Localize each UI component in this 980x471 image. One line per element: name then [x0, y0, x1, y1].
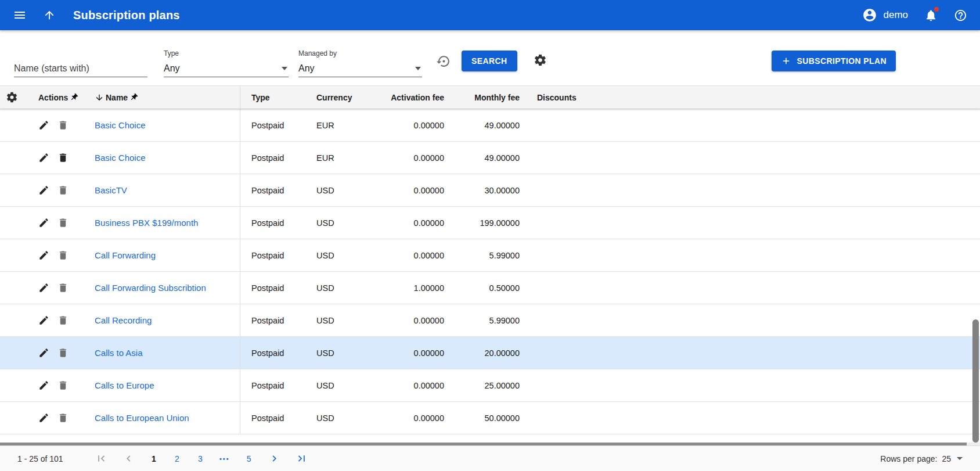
plan-activation-fee: 0.00000 [374, 304, 444, 336]
delete-icon[interactable] [57, 347, 69, 358]
column-header-type[interactable]: Type [240, 86, 305, 109]
account-icon [862, 8, 877, 23]
plan-name-link[interactable]: BasicTV [95, 185, 127, 195]
plan-discounts [520, 174, 980, 206]
chevron-down-icon [957, 457, 963, 460]
help-icon[interactable] [954, 9, 967, 22]
page-title: Subscription plans [73, 9, 180, 22]
notification-badge [934, 7, 939, 12]
plan-type: Postpaid [240, 239, 305, 271]
plan-discounts [520, 272, 980, 304]
previous-page-icon[interactable] [123, 452, 135, 465]
search-button[interactable]: SEARCH [462, 51, 517, 71]
plan-activation-fee: 1.00000 [374, 272, 444, 304]
plan-name-link[interactable]: Calls to Europe [95, 380, 154, 390]
menu-icon[interactable] [13, 8, 27, 22]
table-footer: 1 - 25 of 101 123•••5 Rows per page: 25 [0, 445, 980, 471]
delete-icon[interactable] [57, 380, 69, 391]
delete-icon[interactable] [57, 120, 69, 131]
plan-name-link[interactable]: Basic Choice [95, 153, 146, 163]
plan-name-link[interactable]: Business PBX $199/month [95, 218, 198, 228]
delete-icon[interactable] [57, 250, 69, 261]
rows-per-page-value: 25 [942, 454, 951, 463]
plan-currency: USD [305, 402, 374, 434]
column-header-name[interactable]: Name [87, 86, 240, 109]
type-filter-value: Any [164, 63, 282, 74]
table-row: Call Forwarding Postpaid USD 0.00000 5.9… [0, 239, 980, 272]
delete-icon[interactable] [57, 412, 69, 423]
delete-icon[interactable] [57, 152, 69, 163]
plan-currency: USD [305, 174, 374, 206]
plan-name-link[interactable]: Call Forwarding Subscribtion [95, 283, 206, 293]
edit-icon[interactable] [38, 412, 49, 423]
plan-activation-fee: 0.00000 [374, 142, 444, 174]
table-row: BasicTV Postpaid USD 0.00000 30.00000 [0, 174, 980, 207]
plan-activation-fee: 0.00000 [374, 402, 444, 434]
pin-icon[interactable] [128, 91, 140, 103]
last-page-icon[interactable] [296, 452, 308, 465]
managed-by-filter-field[interactable]: Managed by Any [298, 39, 422, 77]
plan-activation-fee: 0.00000 [374, 239, 444, 271]
horizontal-scrollbar [0, 443, 980, 445]
pager-page-2[interactable]: 2 [173, 454, 181, 463]
table-settings-gear-icon[interactable] [6, 91, 18, 103]
edit-icon[interactable] [38, 250, 49, 261]
pager-page-5[interactable]: 5 [245, 454, 253, 463]
edit-icon[interactable] [38, 315, 49, 326]
notifications-icon[interactable] [924, 9, 938, 22]
rows-per-page-select[interactable]: Rows per page: 25 [880, 454, 963, 463]
plan-activation-fee: 0.00000 [374, 337, 444, 369]
plan-name-link[interactable]: Calls to Asia [95, 348, 143, 358]
plan-name-link[interactable]: Call Recording [95, 315, 152, 325]
delete-icon[interactable] [57, 185, 69, 196]
plan-currency: EUR [305, 109, 374, 141]
pager-page-3[interactable]: 3 [196, 454, 204, 463]
table-row: Calls to European Union Postpaid USD 0.0… [0, 402, 980, 434]
edit-icon[interactable] [38, 152, 49, 163]
delete-icon[interactable] [57, 217, 69, 228]
next-page-icon[interactable] [268, 452, 280, 465]
plan-discounts [520, 142, 980, 174]
edit-icon[interactable] [38, 282, 49, 293]
plan-name-link[interactable]: Call Forwarding [95, 250, 156, 260]
pin-icon[interactable] [68, 91, 80, 103]
name-filter-input[interactable] [14, 63, 147, 74]
type-filter-field[interactable]: Type Any [164, 39, 289, 77]
plan-discounts [520, 402, 980, 434]
vertical-scrollbar-thumb[interactable] [972, 319, 979, 443]
pager-ellipsis[interactable]: ••• [219, 455, 230, 462]
first-page-icon[interactable] [95, 452, 107, 465]
plan-activation-fee: 0.00000 [374, 174, 444, 206]
table-row: Basic Choice Postpaid EUR 0.00000 49.000… [0, 109, 980, 142]
edit-icon[interactable] [38, 380, 49, 391]
name-filter-field [14, 39, 147, 77]
column-header-discounts[interactable]: Discounts [520, 86, 980, 109]
reset-filters-icon[interactable] [437, 54, 451, 69]
pager-pages: 123•••5 [150, 454, 253, 463]
delete-icon[interactable] [57, 315, 69, 326]
app-bar: Subscription plans demo [0, 0, 980, 30]
horizontal-scrollbar-thumb[interactable] [0, 443, 967, 445]
plan-type: Postpaid [240, 272, 305, 304]
delete-icon[interactable] [57, 282, 69, 293]
row-range-label: 1 - 25 of 101 [17, 454, 71, 463]
plan-type: Postpaid [240, 142, 305, 174]
edit-icon[interactable] [38, 185, 49, 196]
edit-icon[interactable] [38, 347, 49, 358]
plan-monthly-fee: 5.99000 [444, 304, 520, 336]
scroll-top-icon[interactable] [43, 9, 56, 21]
filter-settings-gear-icon[interactable] [534, 53, 547, 67]
add-subscription-plan-button[interactable]: SUBSCRIPTION PLAN [772, 51, 896, 71]
table-row: Business PBX $199/month Postpaid USD 0.0… [0, 207, 980, 239]
column-header-activation-fee[interactable]: Activation fee [374, 86, 444, 109]
plan-discounts [520, 369, 980, 401]
user-menu[interactable]: demo [862, 8, 908, 23]
edit-icon[interactable] [38, 120, 49, 131]
column-header-monthly-fee[interactable]: Monthly fee [444, 86, 520, 109]
edit-icon[interactable] [38, 217, 49, 228]
column-header-currency[interactable]: Currency [305, 86, 374, 109]
column-header-actions[interactable]: Actions [29, 86, 87, 109]
plan-name-link[interactable]: Calls to European Union [95, 413, 189, 423]
table-body: Basic Choice Postpaid EUR 0.00000 49.000… [0, 109, 980, 434]
plan-name-link[interactable]: Basic Choice [95, 120, 146, 130]
